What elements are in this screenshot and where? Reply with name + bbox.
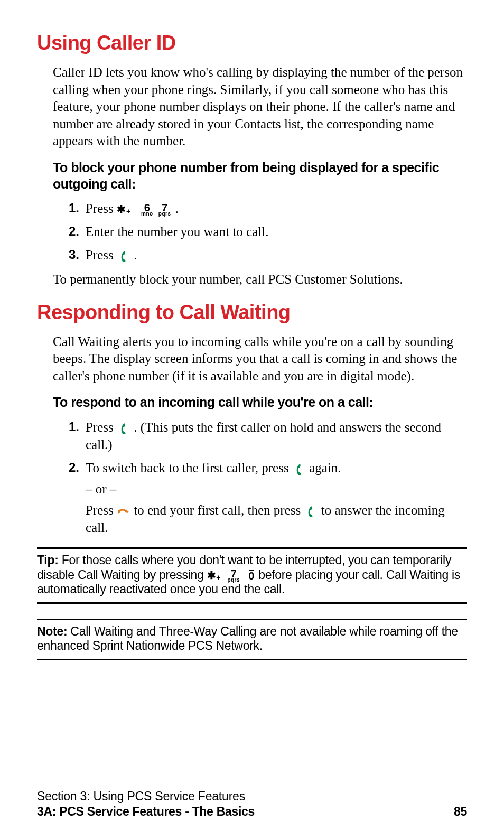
step-3: 3. Press . xyxy=(69,246,467,264)
end-key-icon xyxy=(118,506,129,517)
tip-lead: Tip: xyxy=(37,553,59,567)
step-number: 1. xyxy=(69,200,79,217)
caller-id-description: Caller ID lets you know who's calling by… xyxy=(53,64,467,150)
key-7-icon: 7 pqrs xyxy=(158,203,171,216)
star-key-icon xyxy=(207,568,220,581)
or-divider: – or – xyxy=(86,480,467,498)
star-key-icon xyxy=(117,202,130,215)
step-2: 2. Enter the number you want to call. xyxy=(69,223,467,241)
key-0-icon: 0 xyxy=(248,572,254,580)
page-footer: Section 3: Using PCS Service Features 3A… xyxy=(37,789,467,819)
step-number: 2. xyxy=(69,459,79,476)
key-7-letters: pqrs xyxy=(158,212,171,216)
step-2-alt: Press to end your first call, then press… xyxy=(86,501,467,537)
talk-key-icon xyxy=(118,423,129,434)
note-box: Note: Call Waiting and Three-Way Calling… xyxy=(37,619,467,660)
call-waiting-description: Call Waiting alerts you to incoming call… xyxy=(53,333,467,385)
step-number: 3. xyxy=(69,246,79,263)
heading-call-waiting: Responding to Call Waiting xyxy=(37,301,467,324)
step-text-post: again. xyxy=(309,461,341,475)
footer-page-number: 85 xyxy=(454,805,467,819)
key-6-icon: 6 mno xyxy=(141,203,153,216)
step-text-post: . xyxy=(175,201,179,216)
talk-key-icon xyxy=(305,506,316,517)
footer-chapter: 3A: PCS Service Features - The Basics xyxy=(37,805,255,819)
permanent-block-note: To permanently block your number, call P… xyxy=(53,271,467,288)
step-text-pre: Press xyxy=(86,201,117,216)
step-text-pre: To switch back to the first caller, pres… xyxy=(86,461,292,475)
step-2: 2. To switch back to the first caller, p… xyxy=(69,459,467,537)
step-1: 1. Press . (This puts the first caller o… xyxy=(69,418,467,454)
block-steps: 1. Press 6 mno 7 pqrs . 2. Enter the num… xyxy=(53,200,467,264)
key-7-letters: pqrs xyxy=(227,578,240,582)
tip-box: Tip: For those calls where you don't wan… xyxy=(37,547,467,604)
step-number: 1. xyxy=(69,418,79,435)
step-1: 1. Press 6 mno 7 pqrs . xyxy=(69,200,467,218)
key-7-icon: 7 pqrs xyxy=(227,570,240,582)
step-number: 2. xyxy=(69,223,79,240)
step-text-pre: Press xyxy=(86,420,117,434)
respond-subhead: To respond to an incoming call while you… xyxy=(53,394,467,410)
note-text: Call Waiting and Three-Way Calling are n… xyxy=(37,624,458,653)
step-text-post: . xyxy=(134,248,137,262)
alt-a: Press xyxy=(86,503,117,517)
alt-b: to end your first call, then press xyxy=(134,503,304,517)
talk-key-icon xyxy=(293,463,305,475)
step-text-pre: Press xyxy=(86,248,117,262)
key-0-digit: 0 xyxy=(248,572,254,580)
key-6-letters: mno xyxy=(141,212,153,216)
step-text-post: . (This puts the first caller on hold an… xyxy=(86,420,441,452)
note-lead: Note: xyxy=(37,624,67,638)
step-text: Enter the number you want to call. xyxy=(86,225,268,239)
heading-caller-id: Using Caller ID xyxy=(37,32,467,54)
block-subhead: To block your phone number from being di… xyxy=(53,160,467,193)
respond-steps: 1. Press . (This puts the first caller o… xyxy=(53,418,467,537)
talk-key-icon xyxy=(118,250,129,262)
footer-section: Section 3: Using PCS Service Features xyxy=(37,789,467,804)
